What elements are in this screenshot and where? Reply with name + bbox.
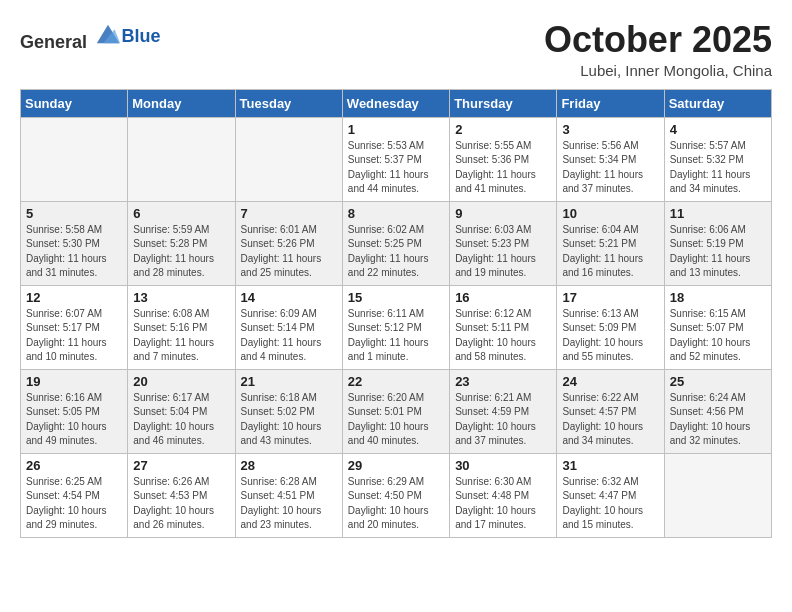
cell-info: Sunrise: 6:20 AMSunset: 5:01 PMDaylight:… (348, 392, 429, 447)
calendar-cell (235, 117, 342, 201)
calendar-cell: 23Sunrise: 6:21 AMSunset: 4:59 PMDayligh… (450, 369, 557, 453)
cell-info: Sunrise: 6:32 AMSunset: 4:47 PMDaylight:… (562, 476, 643, 531)
calendar-cell (21, 117, 128, 201)
day-number: 22 (348, 374, 444, 389)
calendar-cell: 2Sunrise: 5:55 AMSunset: 5:36 PMDaylight… (450, 117, 557, 201)
cell-info: Sunrise: 6:02 AMSunset: 5:25 PMDaylight:… (348, 224, 429, 279)
weekday-header-friday: Friday (557, 89, 664, 117)
day-number: 9 (455, 206, 551, 221)
cell-info: Sunrise: 6:04 AMSunset: 5:21 PMDaylight:… (562, 224, 643, 279)
cell-info: Sunrise: 5:59 AMSunset: 5:28 PMDaylight:… (133, 224, 214, 279)
calendar-cell: 31Sunrise: 6:32 AMSunset: 4:47 PMDayligh… (557, 453, 664, 537)
day-number: 1 (348, 122, 444, 137)
calendar-cell: 10Sunrise: 6:04 AMSunset: 5:21 PMDayligh… (557, 201, 664, 285)
day-number: 23 (455, 374, 551, 389)
cell-info: Sunrise: 6:01 AMSunset: 5:26 PMDaylight:… (241, 224, 322, 279)
calendar-cell (664, 453, 771, 537)
day-number: 21 (241, 374, 337, 389)
calendar-cell: 20Sunrise: 6:17 AMSunset: 5:04 PMDayligh… (128, 369, 235, 453)
calendar-cell: 16Sunrise: 6:12 AMSunset: 5:11 PMDayligh… (450, 285, 557, 369)
cell-info: Sunrise: 6:11 AMSunset: 5:12 PMDaylight:… (348, 308, 429, 363)
day-number: 7 (241, 206, 337, 221)
calendar-cell: 4Sunrise: 5:57 AMSunset: 5:32 PMDaylight… (664, 117, 771, 201)
day-number: 14 (241, 290, 337, 305)
calendar-cell: 18Sunrise: 6:15 AMSunset: 5:07 PMDayligh… (664, 285, 771, 369)
day-number: 5 (26, 206, 122, 221)
logo-blue-text: Blue (122, 26, 161, 47)
calendar-week-row: 12Sunrise: 6:07 AMSunset: 5:17 PMDayligh… (21, 285, 772, 369)
calendar-week-row: 26Sunrise: 6:25 AMSunset: 4:54 PMDayligh… (21, 453, 772, 537)
day-number: 16 (455, 290, 551, 305)
day-number: 4 (670, 122, 766, 137)
day-number: 6 (133, 206, 229, 221)
day-number: 27 (133, 458, 229, 473)
logo-general-text: General (20, 32, 87, 52)
cell-info: Sunrise: 5:56 AMSunset: 5:34 PMDaylight:… (562, 140, 643, 195)
calendar-cell: 13Sunrise: 6:08 AMSunset: 5:16 PMDayligh… (128, 285, 235, 369)
cell-info: Sunrise: 6:25 AMSunset: 4:54 PMDaylight:… (26, 476, 107, 531)
cell-info: Sunrise: 6:06 AMSunset: 5:19 PMDaylight:… (670, 224, 751, 279)
weekday-header-monday: Monday (128, 89, 235, 117)
day-number: 10 (562, 206, 658, 221)
cell-info: Sunrise: 6:29 AMSunset: 4:50 PMDaylight:… (348, 476, 429, 531)
day-number: 19 (26, 374, 122, 389)
cell-info: Sunrise: 6:22 AMSunset: 4:57 PMDaylight:… (562, 392, 643, 447)
calendar-cell: 7Sunrise: 6:01 AMSunset: 5:26 PMDaylight… (235, 201, 342, 285)
logo: General Blue (20, 20, 161, 53)
cell-info: Sunrise: 6:03 AMSunset: 5:23 PMDaylight:… (455, 224, 536, 279)
calendar-cell: 6Sunrise: 5:59 AMSunset: 5:28 PMDaylight… (128, 201, 235, 285)
cell-info: Sunrise: 6:07 AMSunset: 5:17 PMDaylight:… (26, 308, 107, 363)
day-number: 8 (348, 206, 444, 221)
calendar-cell: 26Sunrise: 6:25 AMSunset: 4:54 PMDayligh… (21, 453, 128, 537)
day-number: 30 (455, 458, 551, 473)
calendar-cell: 1Sunrise: 5:53 AMSunset: 5:37 PMDaylight… (342, 117, 449, 201)
title-area: October 2025 Lubei, Inner Mongolia, Chin… (544, 20, 772, 79)
calendar-cell: 25Sunrise: 6:24 AMSunset: 4:56 PMDayligh… (664, 369, 771, 453)
cell-info: Sunrise: 6:21 AMSunset: 4:59 PMDaylight:… (455, 392, 536, 447)
logo-icon (94, 20, 122, 48)
calendar-cell: 5Sunrise: 5:58 AMSunset: 5:30 PMDaylight… (21, 201, 128, 285)
day-number: 13 (133, 290, 229, 305)
calendar-week-row: 1Sunrise: 5:53 AMSunset: 5:37 PMDaylight… (21, 117, 772, 201)
calendar-cell: 11Sunrise: 6:06 AMSunset: 5:19 PMDayligh… (664, 201, 771, 285)
month-title: October 2025 (544, 20, 772, 60)
calendar-cell: 21Sunrise: 6:18 AMSunset: 5:02 PMDayligh… (235, 369, 342, 453)
cell-info: Sunrise: 6:09 AMSunset: 5:14 PMDaylight:… (241, 308, 322, 363)
cell-info: Sunrise: 5:58 AMSunset: 5:30 PMDaylight:… (26, 224, 107, 279)
day-number: 3 (562, 122, 658, 137)
calendar-cell: 9Sunrise: 6:03 AMSunset: 5:23 PMDaylight… (450, 201, 557, 285)
day-number: 25 (670, 374, 766, 389)
cell-info: Sunrise: 6:13 AMSunset: 5:09 PMDaylight:… (562, 308, 643, 363)
day-number: 24 (562, 374, 658, 389)
weekday-header-tuesday: Tuesday (235, 89, 342, 117)
cell-info: Sunrise: 6:24 AMSunset: 4:56 PMDaylight:… (670, 392, 751, 447)
day-number: 29 (348, 458, 444, 473)
day-number: 12 (26, 290, 122, 305)
calendar-cell (128, 117, 235, 201)
cell-info: Sunrise: 5:53 AMSunset: 5:37 PMDaylight:… (348, 140, 429, 195)
cell-info: Sunrise: 6:26 AMSunset: 4:53 PMDaylight:… (133, 476, 214, 531)
cell-info: Sunrise: 6:15 AMSunset: 5:07 PMDaylight:… (670, 308, 751, 363)
calendar-cell: 3Sunrise: 5:56 AMSunset: 5:34 PMDaylight… (557, 117, 664, 201)
calendar-cell: 17Sunrise: 6:13 AMSunset: 5:09 PMDayligh… (557, 285, 664, 369)
cell-info: Sunrise: 6:30 AMSunset: 4:48 PMDaylight:… (455, 476, 536, 531)
calendar-cell: 14Sunrise: 6:09 AMSunset: 5:14 PMDayligh… (235, 285, 342, 369)
calendar-cell: 27Sunrise: 6:26 AMSunset: 4:53 PMDayligh… (128, 453, 235, 537)
day-number: 26 (26, 458, 122, 473)
day-number: 15 (348, 290, 444, 305)
calendar-cell: 29Sunrise: 6:29 AMSunset: 4:50 PMDayligh… (342, 453, 449, 537)
cell-info: Sunrise: 5:55 AMSunset: 5:36 PMDaylight:… (455, 140, 536, 195)
cell-info: Sunrise: 6:28 AMSunset: 4:51 PMDaylight:… (241, 476, 322, 531)
day-number: 20 (133, 374, 229, 389)
weekday-header-sunday: Sunday (21, 89, 128, 117)
calendar-cell: 12Sunrise: 6:07 AMSunset: 5:17 PMDayligh… (21, 285, 128, 369)
cell-info: Sunrise: 6:12 AMSunset: 5:11 PMDaylight:… (455, 308, 536, 363)
day-number: 2 (455, 122, 551, 137)
weekday-header-saturday: Saturday (664, 89, 771, 117)
day-number: 18 (670, 290, 766, 305)
weekday-header-wednesday: Wednesday (342, 89, 449, 117)
weekday-header-row: SundayMondayTuesdayWednesdayThursdayFrid… (21, 89, 772, 117)
day-number: 11 (670, 206, 766, 221)
calendar-cell: 24Sunrise: 6:22 AMSunset: 4:57 PMDayligh… (557, 369, 664, 453)
calendar-cell: 30Sunrise: 6:30 AMSunset: 4:48 PMDayligh… (450, 453, 557, 537)
